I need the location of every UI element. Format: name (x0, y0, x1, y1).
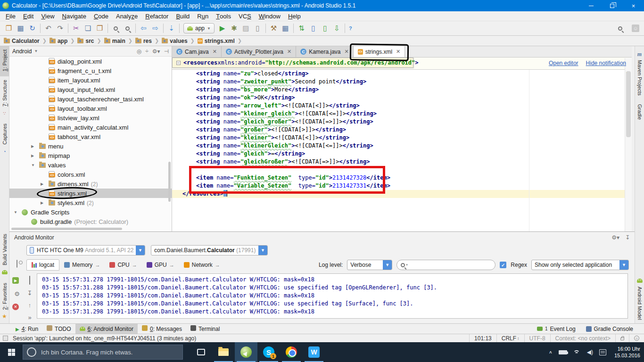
collapse-all-icon[interactable]: ÷ (145, 48, 149, 55)
tree-collapsed-arrow[interactable]: ▶ (31, 144, 34, 148)
start-button[interactable] (0, 342, 23, 362)
menu-code[interactable]: Code (90, 11, 112, 21)
skype-icon[interactable]: S1 (257, 342, 280, 362)
breadcrumb-item-calculator[interactable]: Calculator (4, 38, 40, 44)
inspections-hector-icon[interactable]: ☺ (629, 334, 644, 342)
tree-row-item_layout-xml[interactable]: item_layout.xml (9, 75, 172, 85)
tree-row-dialog_point-xml[interactable]: dialog_point.xml (9, 57, 172, 66)
copy-icon[interactable]: ❏ (82, 23, 94, 34)
breadcrumb-item-src[interactable]: src (77, 38, 94, 44)
code-line[interactable]: <string name="kleiner"><![CDATA[<]]></st… (172, 134, 625, 142)
code-line[interactable]: <string name="gleich">=</string> (172, 150, 625, 158)
gear-icon[interactable]: ⚙▾ (611, 234, 619, 241)
up-stack-trace-icon[interactable]: ↑ (25, 302, 34, 309)
file-explorer-icon[interactable] (212, 342, 235, 362)
toolwindow-terminal[interactable]: Terminal (186, 324, 224, 334)
tab-cam-java[interactable]: CCam.java✕ (172, 46, 222, 57)
open-file-icon[interactable]: ❐ (3, 23, 15, 34)
tree-row-menu[interactable]: ▶menu (9, 141, 172, 151)
tree-row-tabhost_var-xml[interactable]: tabhost_var.xml (9, 132, 172, 141)
cortana-search-input[interactable]: Ich bin Cortana. Frag mich etwas. (23, 345, 183, 360)
tab-strings-xml[interactable]: <>strings.xml✕ (354, 46, 405, 57)
breadcrumb-item-app[interactable]: app (50, 38, 67, 44)
log-level-select[interactable]: Verbose ▼ (347, 260, 392, 270)
monitor-tab-gpu[interactable]: GPU→ (142, 260, 179, 270)
toolwindow-gradle-console[interactable]: Gradle Console (582, 326, 637, 332)
breadcrumb-item-res[interactable]: res (135, 38, 152, 44)
wifi-icon[interactable] (573, 349, 581, 355)
tree-row-layout_taschenrechner_tasi-xml[interactable]: layout_taschenrechner_tasi.xml (9, 94, 172, 104)
logcat-filter-select[interactable]: Show only selected application ▼ (531, 260, 629, 270)
device-monitor-icon[interactable]: ▯ (307, 23, 319, 34)
attach-debugger-icon[interactable]: ▯ (252, 23, 264, 34)
project-structure-icon[interactable]: ▦ (280, 23, 291, 34)
restore-button[interactable] (602, 0, 623, 11)
open-editor-link[interactable]: Open editor (549, 60, 578, 66)
coverage-icon[interactable]: ▨ (240, 23, 252, 34)
code-line[interactable]: <string name="zweiter_punkt">Second poin… (172, 78, 625, 86)
gradle-sync-icon[interactable]: ⇅ (296, 23, 307, 34)
tool-strip--favorites[interactable]: 2: Favorites★ (0, 280, 9, 323)
tool-strip--structure[interactable]: 7: Structure∵ (0, 76, 9, 120)
search-everywhere-icon[interactable] (614, 23, 626, 34)
monitor-tab-cpu[interactable]: CPU→ (105, 260, 141, 270)
paste-icon[interactable]: ❐ (94, 23, 106, 34)
minimize-button[interactable] (580, 0, 602, 11)
code-line[interactable]: <string name="zu">closed</string> (172, 70, 625, 78)
screen-record-icon[interactable]: ▶ (12, 277, 22, 284)
chrome-icon[interactable] (280, 342, 303, 362)
menu-window[interactable]: Window (255, 11, 284, 21)
menu-build[interactable]: Build (172, 11, 193, 21)
code-line[interactable]: <string name="ok">OK</string> (172, 94, 625, 102)
avd-manager-icon[interactable]: ▯ (319, 23, 331, 34)
help-icon[interactable]: ? (347, 25, 354, 32)
monitor-tab-memory[interactable]: Memory→ (59, 260, 105, 270)
menu-navigate[interactable]: Navigate (58, 11, 90, 21)
tree-collapsed-arrow[interactable]: ▶ (31, 154, 34, 158)
breadcrumb-item-values[interactable]: values (162, 38, 187, 44)
menu-tools[interactable]: Tools (212, 11, 235, 21)
tree-row-gradle-scripts[interactable]: ▼Gradle Scripts (9, 207, 172, 217)
close-icon[interactable]: ✕ (213, 49, 217, 55)
tool-strip-android-model[interactable]: Android Model (635, 273, 644, 323)
fold-icon[interactable]: − (176, 61, 181, 65)
tree-collapsed-arrow[interactable]: ▶ (41, 201, 43, 205)
logcat-output[interactable]: 03-15 15:57:31.278 17991-18015/com.Danie… (37, 273, 628, 319)
close-icon[interactable]: ✕ (396, 49, 400, 55)
gear-icon[interactable]: ⚙▾ (152, 48, 160, 55)
sdk-download-icon[interactable]: ⇩ (331, 23, 343, 34)
toolwindow--android-monitor[interactable]: 6: Android Monitor (75, 324, 138, 334)
undo-icon[interactable]: ↶ (42, 23, 54, 34)
project-view-mode[interactable]: Android (12, 48, 32, 55)
sdk-manager-icon[interactable]: ⚒ (268, 23, 280, 34)
menu-help[interactable]: Help (284, 11, 305, 21)
code-line[interactable]: </resources> (172, 190, 625, 198)
tool-strip-captures[interactable]: Captures◔ (0, 120, 9, 158)
code-line[interactable] (172, 166, 625, 174)
tree-collapsed-arrow[interactable]: ▶ (41, 182, 43, 186)
hide-panel-icon[interactable]: ⊣ (164, 48, 169, 55)
close-icon[interactable]: ✕ (287, 49, 291, 55)
tool-strip-build-variants[interactable]: Build Variants (0, 230, 9, 279)
breadcrumb-item-strings-xml[interactable]: <>strings.xml (198, 38, 235, 44)
project-vertical-scrollbar[interactable] (168, 162, 171, 202)
close-button[interactable]: × (623, 0, 644, 11)
caret-position[interactable]: 101:13 (469, 334, 496, 342)
editor-scrollbar[interactable] (625, 58, 632, 231)
action-center-icon[interactable] (599, 349, 606, 355)
menu-edit[interactable]: Edit (19, 11, 37, 21)
chevron-down-icon[interactable]: ▼ (34, 49, 38, 53)
scroll-to-end-icon[interactable]: ↧ (25, 289, 34, 296)
redo-icon[interactable]: ↷ (54, 23, 66, 34)
tool-strip-gradle[interactable]: Gradle (635, 99, 644, 123)
run-icon[interactable]: ▶ (216, 23, 228, 34)
more-icon[interactable]: » (25, 314, 34, 321)
run-config-chooser[interactable]: app▼ (183, 23, 215, 33)
toolwindow-todo[interactable]: TODO (42, 324, 75, 334)
tab-activity_plotter-java[interactable]: CActivity_Plotter.java✕ (222, 46, 296, 57)
debug-icon[interactable]: ✱ (228, 23, 240, 34)
tree-row-values[interactable]: ▼values (9, 160, 172, 170)
code-line[interactable]: <string name="gleichGroßer"><![CDATA[=>]… (172, 158, 625, 166)
code-line[interactable]: <item name="Variable_Setzen" type="id">2… (172, 182, 625, 190)
toolwindow-event-log[interactable]: 1Event Log (533, 326, 580, 332)
